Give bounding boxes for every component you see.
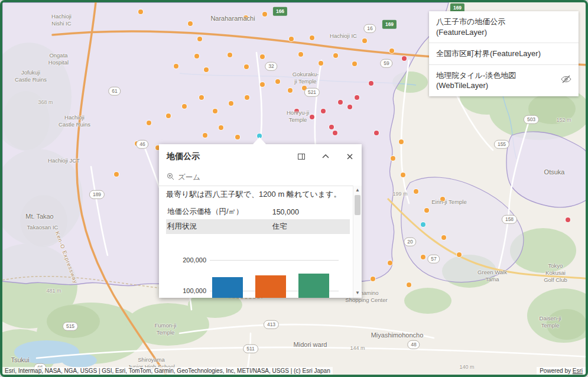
map-point-orange[interactable] <box>288 88 293 93</box>
layer-label: 地理院タイル-淡色地図 <box>436 70 516 81</box>
map-point-orange[interactable] <box>388 261 392 265</box>
map-point-orange[interactable] <box>457 252 462 257</box>
map-point-red[interactable] <box>321 109 326 113</box>
map-point-orange[interactable] <box>310 35 314 40</box>
map-point-orange[interactable] <box>289 37 294 41</box>
attribute-label: 地価公示価格（円/㎡） <box>166 204 268 219</box>
map-point-orange[interactable] <box>333 53 338 58</box>
map-point-orange[interactable] <box>424 208 429 213</box>
map-point-orange[interactable] <box>260 54 265 59</box>
map-point-orange[interactable] <box>399 139 404 144</box>
map-point-orange[interactable] <box>194 54 199 58</box>
layer-item-chiriin-tile[interactable]: 地理院タイル-淡色地図 (WebTileLayer) <box>429 65 579 96</box>
map-point-red[interactable] <box>374 131 379 135</box>
map-point-orange[interactable] <box>135 141 139 146</box>
map-point-orange[interactable] <box>166 113 171 118</box>
popup-description: 最寄り駅は西八王子駅で、1200 m 離れています。 <box>166 189 349 200</box>
attribute-value: 住宅 <box>268 219 350 234</box>
layer-label: 全国市区町村界(FeatureLayer) <box>436 48 541 59</box>
scrollbar-thumb[interactable] <box>355 195 360 215</box>
gridline <box>210 260 339 261</box>
map-point-orange[interactable] <box>414 189 418 194</box>
map-point-orange[interactable] <box>204 67 209 72</box>
attribute-label: 利用状況 <box>166 219 268 234</box>
map-point-orange[interactable] <box>188 21 193 26</box>
map-point-orange[interactable] <box>302 86 307 90</box>
collapse-icon[interactable] <box>321 152 330 161</box>
map-point-orange[interactable] <box>147 121 151 125</box>
scroll-up-icon[interactable]: ▲ <box>353 187 362 193</box>
popup-body: 最寄り駅は西八王子駅で、1200 m 離れています。 地価公示価格（円/㎡） 1… <box>159 186 362 298</box>
map-point-orange[interactable] <box>389 48 394 53</box>
map-point-orange[interactable] <box>114 172 119 177</box>
map-point-orange[interactable] <box>203 133 207 138</box>
map-point-orange[interactable] <box>245 95 249 100</box>
table-row: 利用状況 住宅 <box>166 219 350 234</box>
dock-icon[interactable] <box>297 152 306 161</box>
y-axis-tick: 100,000 <box>159 287 206 294</box>
popup-chart: 200,000 100,000 <box>159 255 353 298</box>
map-point-red[interactable] <box>329 125 334 129</box>
map-point-orange[interactable] <box>421 255 425 259</box>
map-point-selected[interactable] <box>421 222 425 227</box>
map-point-red[interactable] <box>294 109 299 113</box>
powered-by: Powered by Esri <box>537 367 586 375</box>
map-point-orange[interactable] <box>391 156 395 161</box>
map-point-red[interactable] <box>402 56 407 61</box>
map-point-orange[interactable] <box>138 9 143 14</box>
popup-header: 地価公示 <box>159 144 362 169</box>
chart-bar <box>212 277 243 298</box>
chart-bar <box>255 275 286 298</box>
popup-attribute-table: 地価公示価格（円/㎡） 150,000 利用状況 住宅 <box>166 204 350 234</box>
map-point-orange[interactable] <box>275 79 280 84</box>
map-point-orange[interactable] <box>440 197 445 202</box>
map-point-red[interactable] <box>310 115 314 119</box>
map-point-orange[interactable] <box>243 15 248 20</box>
popup-zoom-action[interactable]: ズーム <box>159 169 362 186</box>
layer-item-hachioji-chika[interactable]: 八王子市の地価公示 (FeatureLayer) <box>429 11 579 43</box>
attribute-value: 150,000 <box>268 206 350 219</box>
map-point-orange[interactable] <box>441 235 446 240</box>
map-point-orange[interactable] <box>371 277 375 281</box>
close-icon[interactable] <box>346 152 354 161</box>
map-point-orange[interactable] <box>199 95 204 100</box>
app-window: Hachioji Nishi ICNaraharamachiHachioji I… <box>0 0 588 377</box>
map-point-red[interactable] <box>355 95 359 100</box>
map-point-orange[interactable] <box>319 61 323 66</box>
feature-popup: 地価公示 ズーム 最寄り駅は西八王子駅で、1200 m 離れています。 地価公示… <box>159 144 362 298</box>
map-point-orange[interactable] <box>260 82 265 87</box>
map-point-orange[interactable] <box>298 52 303 57</box>
map-point-orange[interactable] <box>182 104 187 109</box>
map-point-orange[interactable] <box>401 173 405 177</box>
map-point-red[interactable] <box>333 131 337 135</box>
map-point-red[interactable] <box>338 100 343 105</box>
popup-anchor-arrow <box>253 137 266 144</box>
map-point-orange[interactable] <box>407 282 411 287</box>
map-point-red[interactable] <box>369 81 373 86</box>
visibility-off-icon[interactable] <box>561 75 571 86</box>
map-point-orange[interactable] <box>174 64 178 69</box>
map-point-orange[interactable] <box>229 101 233 106</box>
map-point-orange[interactable] <box>228 53 232 57</box>
map-point-orange[interactable] <box>197 37 202 41</box>
layer-item-shikuchoson[interactable]: 全国市区町村界(FeatureLayer) <box>429 43 579 65</box>
table-row: 地価公示価格（円/㎡） 150,000 <box>166 204 350 219</box>
zoom-magnifier-icon <box>167 173 174 182</box>
popup-zoom-label: ズーム <box>178 173 200 183</box>
map-point-red[interactable] <box>347 105 352 109</box>
map-point-orange[interactable] <box>244 64 249 69</box>
powered-by-text: Powered by <box>540 368 573 374</box>
map-point-red[interactable] <box>566 217 570 222</box>
scroll-down-icon[interactable]: ▼ <box>353 290 362 296</box>
map-point-orange[interactable] <box>352 61 357 66</box>
popup-title: 地価公示 <box>167 151 200 162</box>
chart-bar <box>298 274 329 298</box>
map-point-orange[interactable] <box>362 38 367 43</box>
esri-link[interactable]: Esri <box>573 368 583 374</box>
popup-scrollbar[interactable]: ▲ ▼ <box>353 186 362 298</box>
map-point-orange[interactable] <box>235 135 240 139</box>
map-point-orange[interactable] <box>262 12 267 17</box>
map-point-orange[interactable] <box>213 109 217 113</box>
layer-sublabel: (FeatureLayer) <box>436 27 505 38</box>
map-point-orange[interactable] <box>219 125 223 130</box>
